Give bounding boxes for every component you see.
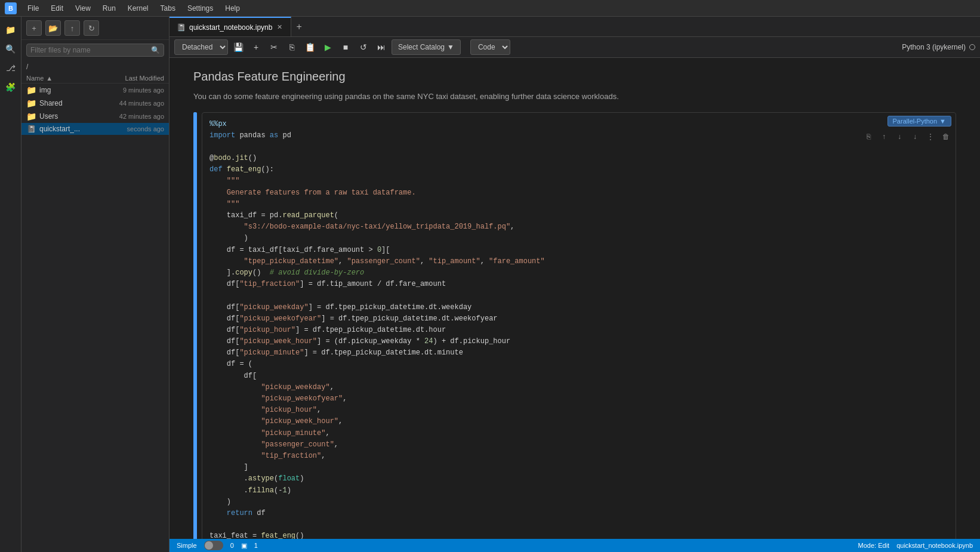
list-item[interactable]: 📁 img 9 minutes ago xyxy=(21,84,169,97)
cell-actions: ⎘ ↑ ↓ ↓ ⋮ 🗑 xyxy=(862,130,953,143)
simple-toggle[interactable] xyxy=(204,541,223,550)
catalog-chevron-icon: ▼ xyxy=(447,43,454,51)
notebook-content[interactable]: Pandas Feature Engineering You can do so… xyxy=(170,58,980,539)
file-name: Shared xyxy=(39,99,95,107)
copy-cell-action[interactable]: ⎘ xyxy=(862,130,875,143)
cell-code-content[interactable]: %%px import pandas as pd @bodo.jit() def… xyxy=(202,112,956,539)
file-modified: 44 minutes ago xyxy=(98,100,164,107)
sidebar-git-icon[interactable]: ⎇ xyxy=(2,60,19,76)
menu-settings[interactable]: Settings xyxy=(183,3,218,14)
icon-sidebar: 📁 🔍 ⎇ 🧩 xyxy=(0,17,21,552)
menu-run[interactable]: Run xyxy=(98,3,121,14)
tab-close-button[interactable]: ✕ xyxy=(276,22,283,32)
file-name: img xyxy=(39,86,95,94)
folder-icon: 📁 xyxy=(26,98,36,108)
new-file-button[interactable]: + xyxy=(26,20,42,36)
kernel-select[interactable]: Detached xyxy=(174,39,228,55)
file-modified: 42 minutes ago xyxy=(98,113,164,120)
kernel-status-dot xyxy=(969,44,975,50)
stop-kernel-button[interactable]: ■ xyxy=(338,39,353,55)
kernel-status: Python 3 (ipykernel) xyxy=(902,43,975,51)
menu-kernel[interactable]: Kernel xyxy=(123,3,153,14)
refresh-button[interactable]: ↻ xyxy=(84,20,99,36)
breadcrumb-root[interactable]: / xyxy=(26,63,28,71)
move-up-action[interactable]: ↑ xyxy=(877,130,890,143)
file-name: quickstart_... xyxy=(39,125,95,133)
add-cell-button[interactable]: + xyxy=(248,39,264,55)
notebook-icon: 📓 xyxy=(26,125,36,133)
code-block[interactable]: %%px import pandas as pd @bodo.jit() def… xyxy=(202,113,956,539)
folder-icon: 📁 xyxy=(26,112,36,121)
parallel-chevron-icon: ▼ xyxy=(939,118,946,125)
line-number: 1 xyxy=(254,542,258,549)
move-down-action[interactable]: ↓ xyxy=(893,130,906,143)
file-modified: seconds ago xyxy=(98,125,164,132)
notebook-toolbar: Detached 💾 + ✂ ⎘ 📋 ▶ ■ ↺ ⏭ Select Catalo… xyxy=(170,37,980,58)
file-name: Users xyxy=(39,112,95,121)
tab-label: quickstart_notebook.ipynb xyxy=(189,23,272,32)
copy-cell-button[interactable]: ⎘ xyxy=(284,39,300,55)
toggle-thumb xyxy=(205,541,213,550)
delete-cell-action[interactable]: 🗑 xyxy=(939,130,953,143)
kernel-name-label: Python 3 (ipykernel) xyxy=(902,43,966,51)
list-item[interactable]: 📁 Users 42 minutes ago xyxy=(21,110,169,123)
menu-edit[interactable]: Edit xyxy=(46,3,68,14)
tab-notebook[interactable]: 📓 quickstart_notebook.ipynb ✕ xyxy=(170,17,291,36)
new-folder-button[interactable]: 📂 xyxy=(45,20,61,36)
status-bar: Simple 0 ▣ 1 Mode: Edit quickstart_noteb… xyxy=(170,539,980,552)
parallel-python-label: Parallel-Python xyxy=(893,118,938,125)
file-modified: 9 minutes ago xyxy=(98,87,164,94)
toggle-track xyxy=(204,541,223,550)
status-right: Mode: Edit quickstart_notebook.ipynb xyxy=(858,542,973,549)
app-logo: B xyxy=(5,2,17,14)
parallel-python-badge[interactable]: Parallel-Python ▼ xyxy=(887,116,951,127)
col-name-header[interactable]: Name ▲ xyxy=(26,75,93,82)
catalog-label: Select Catalog xyxy=(398,43,445,51)
file-list: 📁 img 9 minutes ago 📁 Shared 44 minutes … xyxy=(21,84,169,552)
menu-help[interactable]: Help xyxy=(220,3,245,14)
simple-mode-label: Simple xyxy=(177,542,197,549)
select-catalog-button[interactable]: Select Catalog ▼ xyxy=(392,39,461,55)
menu-view[interactable]: View xyxy=(70,3,95,14)
search-icon: 🔍 xyxy=(151,46,160,54)
list-item[interactable]: 📁 Shared 44 minutes ago xyxy=(21,97,169,110)
tab-bar: 📓 quickstart_notebook.ipynb ✕ + xyxy=(170,17,980,37)
save-button[interactable]: 💾 xyxy=(230,39,246,55)
run-cell-button[interactable]: ▶ xyxy=(320,39,335,55)
cell-label: ▣ xyxy=(241,542,247,550)
upload-button[interactable]: ↑ xyxy=(64,20,80,36)
cell-number: 0 xyxy=(230,542,234,549)
menu-tabs[interactable]: Tabs xyxy=(156,3,180,14)
code-cell: Parallel-Python ▼ ⎘ ↑ ↓ ↓ ⋮ 🗑 %%px impor… xyxy=(193,112,956,539)
sidebar-search-icon[interactable]: 🔍 xyxy=(2,41,19,57)
tab-add-button[interactable]: + xyxy=(291,17,306,37)
col-modified-header[interactable]: Last Modified xyxy=(93,75,164,82)
cell-active-bar xyxy=(193,112,197,539)
breadcrumb: / xyxy=(21,60,169,73)
mode-label: Mode: Edit xyxy=(858,542,890,549)
sidebar-files-icon[interactable]: 📁 xyxy=(2,21,19,38)
folder-icon: 📁 xyxy=(26,85,36,95)
content-area: 📓 quickstart_notebook.ipynb ✕ + Detached… xyxy=(170,17,980,552)
main-layout: 📁 🔍 ⎇ 🧩 + 📂 ↑ ↻ 🔍 / Name ▲ Last Modi xyxy=(0,17,980,552)
restart-kernel-button[interactable]: ↺ xyxy=(356,39,371,55)
sort-asc-icon: ▲ xyxy=(46,75,53,82)
tab-notebook-icon: 📓 xyxy=(177,23,186,32)
run-all-button[interactable]: ⏭ xyxy=(374,39,389,55)
cell-type-select[interactable]: Code xyxy=(470,39,510,55)
search-input[interactable] xyxy=(30,46,149,54)
download-action[interactable]: ↓ xyxy=(908,130,922,143)
cut-cell-button[interactable]: ✂ xyxy=(266,39,282,55)
list-item[interactable]: 📓 quickstart_... seconds ago xyxy=(21,123,169,135)
status-file-name: quickstart_notebook.ipynb xyxy=(896,542,973,549)
paste-cell-button[interactable]: 📋 xyxy=(302,39,318,55)
file-toolbar: + 📂 ↑ ↻ xyxy=(21,17,169,40)
menu-file[interactable]: File xyxy=(23,3,44,14)
notebook-title: Pandas Feature Engineering xyxy=(193,70,956,84)
search-box: 🔍 xyxy=(26,44,164,57)
file-panel: + 📂 ↑ ↻ 🔍 / Name ▲ Last Modified 📁 im xyxy=(21,17,170,552)
column-headers: Name ▲ Last Modified xyxy=(21,73,169,84)
more-actions[interactable]: ⋮ xyxy=(924,130,937,143)
menu-bar: B File Edit View Run Kernel Tabs Setting… xyxy=(0,0,980,17)
sidebar-extensions-icon[interactable]: 🧩 xyxy=(2,79,19,95)
